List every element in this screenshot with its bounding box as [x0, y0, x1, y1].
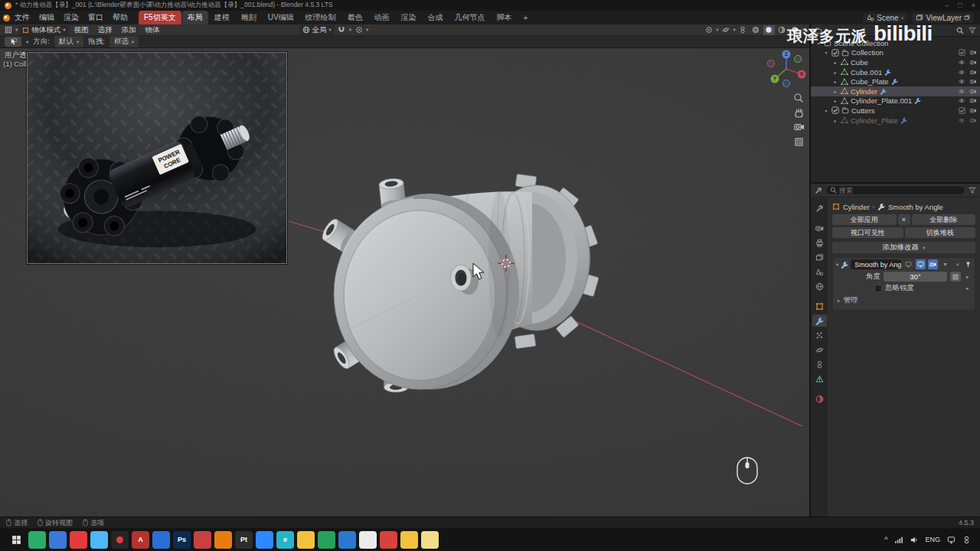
workspace-tab-modeling[interactable]: 建模 [209, 11, 235, 24]
render-camera-toggle[interactable] [969, 78, 977, 85]
render-camera-toggle[interactable] [969, 117, 977, 124]
decorator-dot[interactable]: ● [964, 285, 970, 291]
render-camera-toggle[interactable] [969, 88, 977, 95]
outliner-row-cube-001[interactable]: ▸ Cube.001 [811, 67, 980, 77]
outliner-search-icon[interactable] [956, 27, 964, 34]
start-button[interactable] [8, 531, 25, 549]
reference-image[interactable]: POWER CORE [27, 52, 287, 264]
search-input[interactable] [839, 187, 961, 194]
angle-value-slider[interactable]: 30° [884, 272, 947, 282]
taskbar-folder-icon[interactable] [400, 531, 418, 549]
add-modifier-button[interactable]: 添加修改器▾ [832, 242, 975, 253]
tab-render[interactable] [812, 222, 827, 234]
taskbar-app-icon[interactable] [152, 531, 170, 549]
shading-material-button[interactable] [776, 25, 788, 35]
camera-view-icon[interactable] [795, 125, 804, 130]
minimize-button[interactable]: – [945, 2, 949, 9]
outliner-row-cylinder-plate-001[interactable]: ▸ Cylinder_Plate.001 [811, 96, 980, 106]
toggle-stack-button[interactable]: 切换堆栈 [905, 227, 976, 238]
taskbar-app-icon[interactable] [256, 531, 273, 549]
tab-particles[interactable] [812, 329, 827, 341]
shading-solid-button[interactable] [763, 25, 775, 35]
show-gizmo-toggle[interactable] [703, 25, 714, 35]
zoom-icon[interactable] [795, 94, 803, 103]
view-menu[interactable]: 视图 [70, 25, 93, 35]
properties-editor-icon[interactable] [815, 187, 822, 194]
network-icon[interactable] [894, 536, 903, 544]
hide-eye-toggle[interactable] [958, 78, 965, 85]
workspace-tab-f5[interactable]: F5切英文 [139, 11, 181, 24]
taskbar-app-icon[interactable] [380, 531, 397, 549]
taskbar-recording-icon[interactable] [111, 531, 129, 549]
editor-type-icon[interactable] [2, 25, 14, 35]
tab-modifiers[interactable] [812, 315, 827, 327]
workspace-tab-compositing[interactable]: 合成 [423, 11, 449, 24]
orientation-dropdown[interactable]: 全局▾ [299, 25, 335, 35]
volume-icon[interactable] [910, 536, 918, 544]
workspace-tab-sculpting[interactable]: 雕刻 [236, 11, 262, 24]
tab-scene[interactable] [812, 266, 827, 278]
taskbar-painter-icon[interactable]: Pt [235, 531, 253, 549]
tab-material[interactable] [812, 393, 827, 405]
tab-view-layer[interactable] [812, 251, 827, 263]
hide-eye-toggle[interactable] [958, 59, 965, 66]
pin-icon[interactable] [965, 261, 972, 268]
viewlayer-selector[interactable]: ViewLayer [912, 13, 974, 23]
taskbar-app-icon[interactable] [359, 531, 377, 549]
taskbar-blender-icon[interactable] [214, 531, 232, 549]
taskbar-folder-icon[interactable] [297, 531, 315, 549]
tab-output[interactable] [812, 236, 827, 249]
proportional-editing-toggle[interactable] [353, 25, 364, 35]
taskbar-app-icon[interactable] [49, 531, 67, 549]
xray-toggle[interactable] [737, 25, 749, 35]
taskbar-app-icon[interactable] [421, 531, 439, 549]
tab-world[interactable] [812, 280, 827, 292]
notification-icon[interactable] [962, 536, 971, 544]
tab-tool[interactable] [812, 202, 827, 214]
input-attribute-button[interactable] [950, 272, 961, 282]
blender-menu-icon[interactable] [3, 15, 10, 21]
outliner-row-cylinder-plate[interactable]: ▸ Cylinder_Plate [811, 116, 980, 126]
viewport-visibility-button[interactable]: 视口可见性 [832, 227, 903, 238]
tool-orientation-dropdown[interactable]: 默认▾ [54, 36, 83, 47]
render-camera-toggle[interactable] [969, 69, 977, 76]
outliner-row-scene-collection[interactable]: ▾ Scene Collection [811, 38, 980, 48]
workspace-tab-shading[interactable]: 着色 [342, 11, 368, 24]
render-display-toggle[interactable] [928, 259, 938, 269]
taskbar-app-icon[interactable] [194, 531, 211, 549]
breadcrumb-object[interactable]: Cylinder [843, 203, 870, 211]
collection-checkbox[interactable] [831, 106, 839, 114]
hide-eye-toggle[interactable] [958, 88, 965, 95]
new-viewlayer-icon[interactable] [964, 15, 970, 21]
select-menu[interactable]: 选择 [94, 25, 116, 35]
taskbar-app-icon[interactable] [318, 531, 335, 549]
outliner-row-collection[interactable]: ▾ Collection [811, 48, 980, 58]
tab-object-data[interactable] [812, 373, 827, 385]
modifier-extras-dropdown[interactable]: ▾ [940, 259, 950, 269]
scene-unlink-icon[interactable]: × [901, 15, 904, 21]
workspace-tab-uv[interactable]: UV编辑 [263, 11, 299, 24]
workspace-tab-texturepaint[interactable]: 纹理绘制 [300, 11, 341, 24]
tray-expand-icon[interactable]: ^ [884, 536, 887, 543]
panel-expand-icon[interactable]: ▾ [836, 262, 838, 268]
maximize-button[interactable]: □ [958, 2, 962, 9]
manage-section[interactable]: ▸ 管理 [833, 294, 975, 307]
outliner-row-cube-plate[interactable]: ▸ Cube_Plate [811, 77, 980, 86]
workspace-tab-animation[interactable]: 动画 [369, 11, 395, 24]
outliner-editor-icon[interactable] [815, 27, 822, 34]
drag-mode-dropdown[interactable]: 框选▾ [109, 36, 139, 47]
taskbar-app-icon[interactable] [338, 531, 356, 549]
shading-rendered-button[interactable] [789, 25, 801, 35]
breadcrumb-modifier[interactable]: Smooth by Angle [888, 203, 943, 211]
exclude-checkbox[interactable] [959, 49, 965, 56]
mode-selector[interactable]: 物体模式▾ [19, 25, 68, 35]
workspace-tab-rendering[interactable]: 渲染 [396, 11, 422, 24]
delete-all-button[interactable]: 全部删除 [912, 214, 976, 225]
navigation-gizmo[interactable]: Z X Y [767, 51, 805, 87]
menu-render[interactable]: 渲染 [59, 11, 83, 24]
model-cylinder-object[interactable] [319, 174, 599, 393]
realtime-display-toggle[interactable] [916, 259, 926, 269]
hide-eye-toggle[interactable] [958, 69, 965, 76]
close-button[interactable]: × [972, 2, 975, 9]
workspace-tab-scripting[interactable]: 脚本 [492, 11, 518, 24]
